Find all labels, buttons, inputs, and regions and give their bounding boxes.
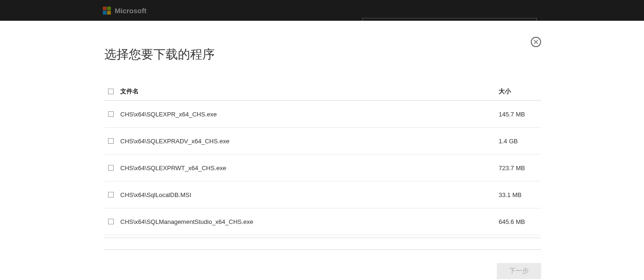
file-name: CHS\x64\SQLEXPRWT_x64_CHS.exe <box>120 165 499 172</box>
top-bar: Microsoft <box>0 0 644 21</box>
table-bottom-divider <box>104 249 541 250</box>
table-row: CHS\x64\SQLEXPRWT_x64_CHS.exe 723.7 MB <box>104 155 541 181</box>
table-scroll-area[interactable]: CHS\x64\SQLEXPR_x64_CHS.exe 145.7 MB CHS… <box>104 101 541 238</box>
table-row: CHS\x64\SQLManagementStudio_x64_CHS.exe … <box>104 208 541 235</box>
column-header-filename[interactable]: 文件名 <box>120 87 499 96</box>
table-row: CHS\x64\SQLEXPR_x64_CHS.exe 145.7 MB <box>104 101 541 128</box>
table-header-row: 文件名 大小 <box>104 83 541 101</box>
file-size: 33.1 MB <box>499 191 541 198</box>
file-size: 645.6 MB <box>499 218 541 225</box>
close-button[interactable] <box>531 37 541 47</box>
close-icon <box>534 40 538 44</box>
download-dialog: 选择您要下载的程序 文件名 大小 CHS\x64\SQLEXPR_x64_CHS… <box>0 21 644 280</box>
select-all-checkbox[interactable] <box>108 89 114 94</box>
file-name: CHS\x64\SQLManagementStudio_x64_CHS.exe <box>120 218 499 225</box>
file-name: CHS\x64\SQLEXPR_x64_CHS.exe <box>120 111 499 118</box>
file-size: 1.4 GB <box>499 138 541 145</box>
table-row: CHS\x64\SQLEXPRADV_x64_CHS.exe 1.4 GB <box>104 128 541 155</box>
dialog-title: 选择您要下载的程序 <box>104 46 541 63</box>
dialog-footer: 下一步 <box>104 263 541 279</box>
file-name: CHS\x64\SQLEXPRADV_x64_CHS.exe <box>120 138 499 145</box>
row-checkbox[interactable] <box>108 192 114 198</box>
next-button[interactable]: 下一步 <box>497 263 541 279</box>
row-checkbox[interactable] <box>108 111 114 117</box>
file-size: 145.7 MB <box>499 111 541 118</box>
table-row: CHS\x64\SqlLocalDB.MSI 33.1 MB <box>104 181 541 208</box>
row-checkbox[interactable] <box>108 138 114 144</box>
file-name: CHS\x64\SqlLocalDB.MSI <box>120 191 499 198</box>
microsoft-brand-text: Microsoft <box>115 7 147 15</box>
row-checkbox[interactable] <box>108 165 114 171</box>
column-header-size[interactable]: 大小 <box>499 87 541 96</box>
microsoft-logo-icon <box>103 7 111 15</box>
file-table: 文件名 大小 CHS\x64\SQLEXPR_x64_CHS.exe 145.7… <box>104 83 541 238</box>
file-size: 723.7 MB <box>499 165 541 172</box>
microsoft-logo[interactable]: Microsoft <box>103 7 147 15</box>
row-checkbox[interactable] <box>108 219 114 224</box>
